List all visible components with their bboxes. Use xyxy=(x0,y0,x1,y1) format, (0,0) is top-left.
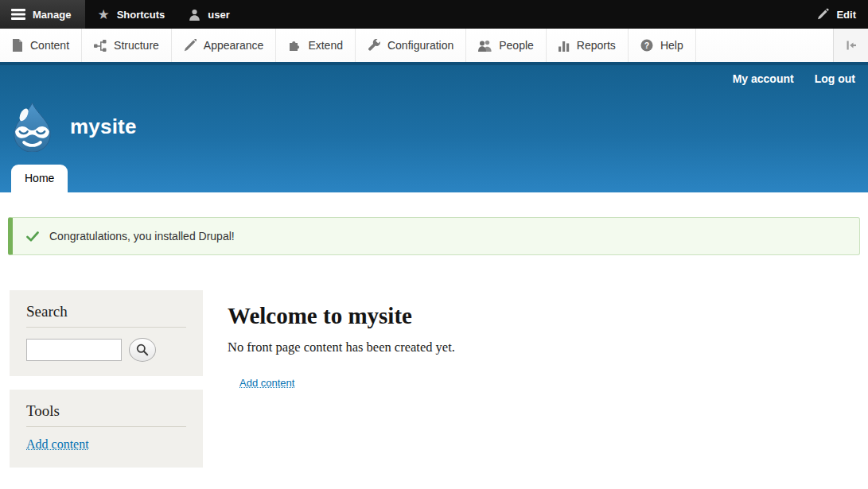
site-branding[interactable]: mysite xyxy=(10,102,137,152)
hamburger-menu-icon xyxy=(11,9,25,20)
drupal-droplet-logo xyxy=(10,102,55,152)
tab-structure[interactable]: Structure xyxy=(82,29,172,62)
search-button[interactable] xyxy=(129,338,156,362)
tab-extend[interactable]: Extend xyxy=(276,29,356,62)
tools-block: Tools Add content xyxy=(10,390,203,468)
wrench-icon xyxy=(368,39,380,52)
empty-frontpage-text: No front page content has been created y… xyxy=(228,340,860,355)
shortcuts-label: Shortcuts xyxy=(117,9,165,21)
edit-label: Edit xyxy=(836,9,856,21)
status-text: Congratulations, you installed Drupal! xyxy=(49,230,235,243)
my-account-link[interactable]: My account xyxy=(733,72,794,85)
site-name[interactable]: mysite xyxy=(70,114,137,139)
people-icon xyxy=(478,40,492,52)
secondary-menu: My account Log out xyxy=(733,72,855,85)
log-out-link[interactable]: Log out xyxy=(815,72,855,85)
toolbar-orientation-toggle[interactable] xyxy=(833,29,868,62)
home-tab[interactable]: Home xyxy=(11,165,68,192)
admin-toolbar: Manage ★ Shortcuts user Edit xyxy=(0,0,868,29)
sidebar-first: Search Tools Add content xyxy=(10,290,203,468)
toolbar-tray: Content Structure Appearance Extend Conf… xyxy=(0,29,868,62)
magnifier-icon xyxy=(136,343,149,356)
status-message: Congratulations, you installed Drupal! xyxy=(8,217,860,255)
puzzle-icon xyxy=(288,39,301,52)
search-input[interactable] xyxy=(26,339,122,361)
svg-text:?: ? xyxy=(644,41,649,50)
tab-label: Help xyxy=(660,39,683,52)
tab-label: Appearance xyxy=(204,39,264,52)
manage-menu-item[interactable]: Manage xyxy=(0,0,85,29)
user-label: user xyxy=(208,9,229,21)
tools-block-title: Tools xyxy=(26,402,186,427)
pencil-icon xyxy=(816,8,829,21)
tab-reports[interactable]: Reports xyxy=(547,29,629,62)
tab-label: Structure xyxy=(114,39,159,52)
tab-people[interactable]: People xyxy=(466,29,547,62)
site-header: My account Log out mysite Home xyxy=(0,62,868,192)
tab-label: Configuration xyxy=(387,39,453,52)
user-menu-item[interactable]: user xyxy=(177,0,241,29)
paintbrush-icon xyxy=(184,39,197,52)
main-content: Welcome to mysite No front page content … xyxy=(203,290,860,390)
tab-help[interactable]: ? Help xyxy=(629,29,696,62)
sidebar-add-content-link[interactable]: Add content xyxy=(26,437,89,451)
search-block-title: Search xyxy=(26,303,186,328)
file-icon xyxy=(12,39,23,52)
tab-appearance[interactable]: Appearance xyxy=(172,29,277,62)
search-form xyxy=(26,338,186,363)
shortcuts-menu-item[interactable]: ★ Shortcuts xyxy=(85,0,177,29)
sitemap-icon xyxy=(94,40,107,52)
tab-label: Extend xyxy=(308,39,343,52)
tab-label: Reports xyxy=(577,39,616,52)
collapse-left-icon xyxy=(845,39,858,52)
tab-configuration[interactable]: Configuration xyxy=(356,29,466,62)
check-icon xyxy=(26,231,39,242)
main-layout: Search Tools Add content Welcome to mysi… xyxy=(2,290,860,468)
edit-button[interactable]: Edit xyxy=(804,0,868,29)
user-icon xyxy=(189,9,200,21)
manage-label: Manage xyxy=(33,9,71,21)
star-icon: ★ xyxy=(97,8,109,21)
search-block: Search xyxy=(10,290,203,376)
tab-label: Content xyxy=(30,39,69,52)
page-title: Welcome to mysite xyxy=(228,303,860,329)
help-icon: ? xyxy=(640,39,653,52)
tab-label: People xyxy=(499,39,534,52)
add-content-link[interactable]: Add content xyxy=(239,377,294,389)
bar-chart-icon xyxy=(559,40,570,52)
tab-content[interactable]: Content xyxy=(0,29,82,62)
